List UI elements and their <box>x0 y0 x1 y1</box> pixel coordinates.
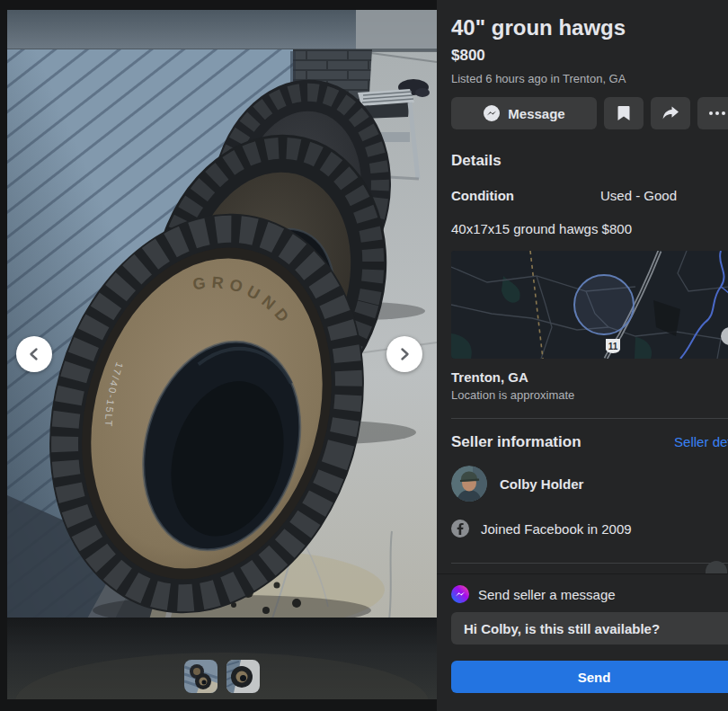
more-options-button[interactable] <box>697 97 728 129</box>
seller-profile-row[interactable]: Colby Holder <box>451 466 728 502</box>
messenger-gradient-icon <box>451 585 469 603</box>
location-map: 11 <box>451 251 728 359</box>
listing-price: $800 <box>451 47 728 65</box>
listing-photo: GROUND 17/40-15LT <box>7 10 437 699</box>
bookmark-icon <box>617 105 631 121</box>
condition-value: Used - Good <box>600 188 677 203</box>
save-button[interactable] <box>604 97 644 129</box>
listing-photo-stage: GROUND 17/40-15LT <box>7 10 437 699</box>
facebook-icon <box>451 520 469 538</box>
section-divider <box>451 563 728 564</box>
next-photo-button[interactable] <box>386 336 422 372</box>
thumbnail-2-image <box>226 660 260 693</box>
svg-text:11: 11 <box>608 342 618 351</box>
map-image: 11 <box>451 251 728 359</box>
listing-title: 40" groun hawgs <box>451 16 728 40</box>
message-compose-footer: Send seller a message Send <box>437 573 728 711</box>
photo-thumbnail-2[interactable] <box>226 660 260 693</box>
photo-thumbnails <box>184 660 260 693</box>
more-icon <box>709 111 725 115</box>
details-heading: Details <box>451 152 728 170</box>
section-divider <box>451 418 728 419</box>
action-bar: Message <box>451 97 728 129</box>
seller-avatar <box>451 466 487 502</box>
condition-row: Condition Used - Good <box>451 188 728 203</box>
seller-details-link[interactable]: Seller details <box>674 434 728 449</box>
seller-name: Colby Holder <box>500 476 583 492</box>
seller-information-heading: Seller information <box>451 433 582 451</box>
listing-meta: Listed 6 hours ago in Trenton, GA <box>451 72 728 85</box>
seller-joined-row: Joined Facebook in 2009 <box>451 520 728 538</box>
chevron-right-icon <box>396 346 413 362</box>
route-shield: 11 <box>606 339 620 353</box>
compose-prompt-row: Send seller a message <box>451 585 728 603</box>
location-approximate-note: Location is approximate <box>451 388 728 402</box>
send-button[interactable]: Send <box>451 661 728 693</box>
seller-joined-text: Joined Facebook in 2009 <box>481 521 632 537</box>
message-input[interactable] <box>451 612 728 644</box>
compose-prompt: Send seller a message <box>478 587 616 602</box>
previous-photo-button[interactable] <box>16 336 52 372</box>
chevron-left-icon <box>26 346 42 362</box>
share-icon <box>661 105 679 121</box>
listing-description: 40x17x15 ground hawgs $800 <box>451 221 728 236</box>
listing-details-panel: 40" groun hawgs $800 Listed 6 hours ago … <box>437 0 728 711</box>
location-name: Trenton, GA <box>451 369 728 385</box>
message-button-label: Message <box>508 106 564 121</box>
photo-thumbnail-1[interactable] <box>184 660 218 693</box>
message-button[interactable]: Message <box>451 97 597 129</box>
messenger-icon <box>483 104 501 122</box>
condition-label: Condition <box>451 188 600 203</box>
share-button[interactable] <box>651 97 690 129</box>
thumbnail-1-image <box>184 660 218 693</box>
seller-heading-row: Seller information Seller details <box>451 433 728 451</box>
